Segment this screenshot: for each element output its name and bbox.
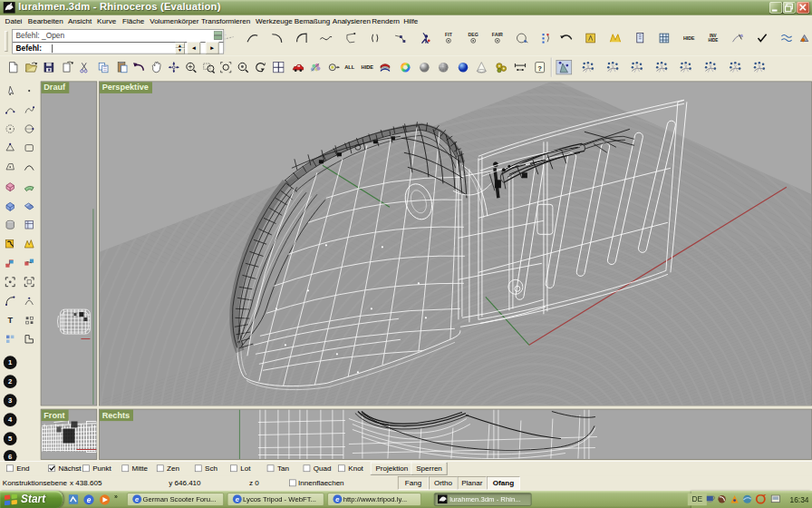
svg-text:?: ?	[537, 64, 542, 73]
svg-text:...: ...	[225, 32, 227, 36]
svg-text:6: 6	[8, 453, 12, 461]
svg-text:3: 3	[8, 397, 12, 405]
svg-text:4: 4	[8, 416, 13, 425]
svg-text:ALL: ALL	[344, 64, 354, 70]
svg-text:2: 2	[8, 378, 12, 386]
svg-text:e: e	[87, 495, 92, 504]
svg-text:5: 5	[8, 435, 13, 444]
svg-text:e: e	[135, 495, 140, 503]
svg-text:T: T	[7, 316, 13, 325]
svg-text:HIDE: HIDE	[362, 64, 374, 70]
svg-text:1: 1	[8, 359, 13, 367]
svg-text:HIDE: HIDE	[708, 38, 718, 43]
svg-text:HIDE: HIDE	[683, 35, 695, 41]
svg-text:FIT: FIT	[445, 32, 453, 37]
svg-text:»: »	[114, 493, 118, 500]
svg-text:DEG: DEG	[469, 32, 478, 37]
svg-text:e: e	[335, 495, 340, 503]
svg-text:FAIR: FAIR	[492, 32, 503, 37]
svg-text:e: e	[236, 495, 240, 503]
